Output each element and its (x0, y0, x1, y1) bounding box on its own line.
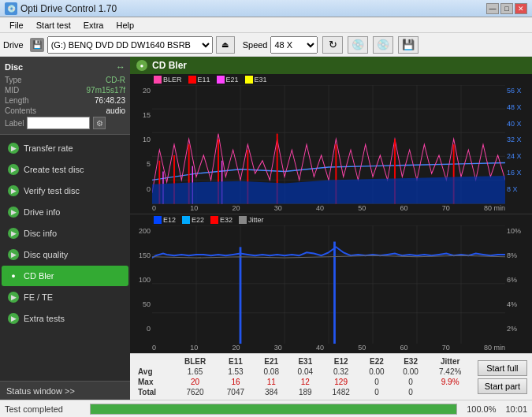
total-bler: 7620 (173, 387, 217, 397)
close-button[interactable]: ✕ (515, 3, 527, 14)
y-bottom-100: 100 (139, 276, 151, 284)
x-bot-40: 40 (316, 344, 324, 352)
stats-area: BLER E11 E21 E31 E12 E22 E32 Jitter (130, 353, 532, 400)
x-top-80min: 80 min (484, 204, 505, 212)
save-button[interactable]: 💾 (398, 36, 419, 54)
menu-help[interactable]: Help (110, 19, 140, 32)
charts-area: BLER E11 E21 E31 (130, 74, 532, 353)
disc-length-row: Length 76:48.23 (5, 96, 125, 105)
e11-color-box (188, 76, 196, 84)
sidebar-item-fe-te[interactable]: ▶ FE / TE (2, 287, 128, 307)
maximize-button[interactable]: □ (500, 3, 513, 14)
sidebar-item-create-test-disc[interactable]: ▶ Create test disc (2, 159, 128, 180)
progress-percent: 100.0% (467, 404, 496, 414)
max-e22: 0 (359, 377, 393, 387)
label-gear-button[interactable]: ⚙ (93, 117, 106, 129)
y-bottom-50: 50 (143, 300, 151, 308)
sidebar-item-transfer-rate[interactable]: ▶ Transfer rate (2, 138, 128, 158)
create-test-disc-icon: ▶ (8, 164, 19, 175)
sidebar-item-cd-bler[interactable]: ● CD Bler (2, 266, 128, 286)
top-chart-svg (152, 85, 505, 204)
max-bler: 20 (173, 377, 217, 387)
x-top-70: 70 (442, 204, 450, 212)
top-chart-inner (152, 85, 505, 204)
top-y-axis-right: 56 X 48 X 40 X 32 X 24 X 16 X 8 X (505, 85, 532, 204)
refresh-button[interactable]: ↻ (322, 36, 343, 54)
max-e32: 0 (394, 377, 428, 387)
bler-label: BLER (163, 76, 182, 84)
disc-label-input[interactable] (27, 117, 90, 129)
th-bler: BLER (173, 356, 217, 367)
disc-type-row: Type CD-R (5, 76, 125, 84)
drive-info-label: Drive info (24, 207, 60, 217)
disc-quality-label: Disc quality (24, 250, 68, 259)
sidebar-item-extra-tests[interactable]: ▶ Extra tests (2, 308, 128, 329)
sidebar-item-disc-quality[interactable]: ▶ Disc quality (2, 244, 128, 265)
disc-button2[interactable]: 💿 (373, 36, 393, 54)
menu-file[interactable]: File (3, 19, 30, 32)
x-top-40: 40 (316, 204, 324, 212)
content-area: ● CD Bler BLER E11 (130, 57, 532, 400)
jitter-color-box (239, 216, 247, 224)
stats-avg-row: Avg 1.65 1.53 0.08 0.04 0.32 0.00 0.00 7… (135, 367, 473, 377)
sidebar-item-drive-info[interactable]: ▶ Drive info (2, 202, 128, 222)
speed-select[interactable]: 48 X (270, 36, 318, 54)
disc-contents-row: Contents audio (5, 106, 125, 115)
y-right-4pct: 4% (507, 300, 517, 308)
e32-color-box (210, 216, 218, 224)
jitter-label: Jitter (248, 216, 264, 224)
stats-max-row: Max 20 16 11 12 129 0 0 9.9% (135, 377, 473, 387)
bler-color-box (154, 76, 162, 84)
y-right-10pct: 10% (507, 227, 521, 235)
sidebar-item-disc-info[interactable]: ▶ Disc info (2, 223, 128, 244)
total-label: Total (135, 387, 173, 397)
e31-label: E31 (255, 76, 267, 84)
cd-bler-label: CD Bler (24, 271, 54, 281)
avg-e32: 0.00 (394, 367, 428, 377)
th-e22: E22 (359, 356, 393, 367)
disc-eject-button[interactable]: 💿 (348, 36, 368, 54)
e21-color-box (217, 76, 225, 84)
status-bar: Test completed 100.0% 10:01 (0, 400, 532, 417)
e11-label: E11 (198, 76, 210, 84)
legend-e32: E32 (210, 216, 233, 224)
menu-extra[interactable]: Extra (77, 19, 110, 32)
avg-jitter: 7.42% (428, 367, 473, 377)
x-bot-20: 20 (232, 344, 240, 352)
y-top-label-5: 5 (147, 160, 151, 168)
x-bot-0: 0 (152, 344, 156, 352)
sidebar: Disc ↔ Type CD-R MID 97m15s17f Length 76… (0, 57, 130, 400)
total-jitter (428, 387, 473, 397)
x-bot-50: 50 (358, 344, 366, 352)
chart-header: ● CD Bler (130, 57, 532, 74)
y-top-label-20: 20 (143, 87, 151, 95)
x-top-20: 20 (232, 204, 240, 212)
disc-length-label: Length (5, 96, 29, 105)
minimize-button[interactable]: — (486, 3, 499, 14)
x-top-0: 0 (152, 204, 156, 212)
x-top-50: 50 (358, 204, 366, 212)
x-top-10: 10 (190, 204, 198, 212)
legend-e11: E11 (188, 76, 210, 84)
disc-expand[interactable]: ↔ (116, 61, 125, 73)
sidebar-nav: ▶ Transfer rate ▶ Create test disc ▶ Ver… (0, 135, 130, 381)
e21-label: E21 (226, 76, 239, 84)
start-full-button[interactable]: Start full (478, 360, 527, 376)
disc-mid-value: 97m15s17f (87, 86, 125, 95)
drive-select[interactable]: (G:) BENQ DVD DD DW1640 BSRB (47, 36, 213, 54)
disc-length-value: 76:48.23 (95, 96, 125, 105)
y-bottom-200: 200 (139, 227, 151, 235)
menu-bar: File Start test Extra Help (0, 17, 532, 33)
disc-mid-row: MID 97m15s17f (5, 86, 125, 95)
start-part-button[interactable]: Start part (478, 378, 527, 394)
sidebar-item-verify-test-disc[interactable]: ▶ Verify test disc (2, 181, 128, 201)
eject-button[interactable]: ⏏ (216, 36, 235, 54)
legend-jitter: Jitter (239, 216, 264, 224)
bottom-y-axis-left: 200 150 100 50 0 (130, 225, 152, 344)
y-right-8x: 8 X (507, 185, 518, 193)
status-window-button[interactable]: Status window >> (0, 381, 130, 400)
menu-start-test[interactable]: Start test (30, 19, 77, 32)
status-time: 10:01 (505, 404, 527, 414)
stats-total-row: Total 7620 7047 384 189 1482 0 0 (135, 387, 473, 397)
th-jitter: Jitter (428, 356, 473, 367)
